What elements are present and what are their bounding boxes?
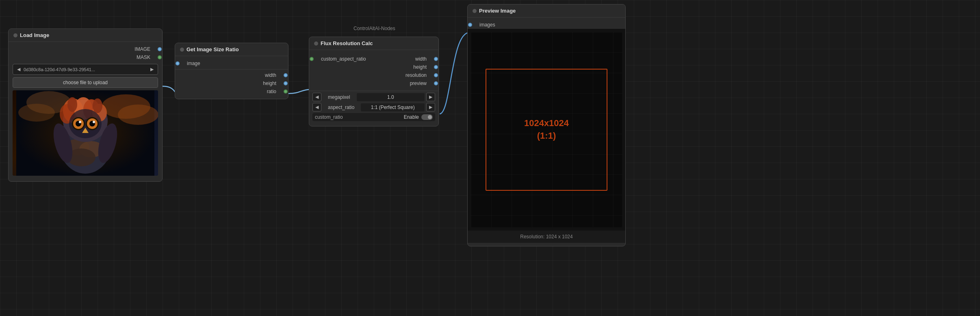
image-out-connector[interactable] (158, 47, 162, 51)
next-image-btn[interactable]: ▶ (149, 66, 155, 73)
flux-preview-connector[interactable] (434, 81, 438, 85)
get-image-size-dot (180, 48, 184, 52)
image-in-label: image (182, 61, 205, 66)
preview-resolution-footer: Resolution: 1024 x 1024 (468, 231, 625, 243)
width-out-port-row: width (175, 71, 288, 79)
flux-group-label: ControlAltAI-Nodes (353, 26, 395, 31)
megapixel-row: ◀ megapixel 1.0 ▶ (312, 93, 435, 101)
flux-height-label: height (408, 64, 431, 70)
owl-preview-image (13, 90, 158, 176)
ratio-out-label: ratio (262, 89, 281, 94)
height-out-connector[interactable] (284, 81, 288, 85)
mask-out-label: MASK (132, 54, 155, 60)
height-out-port-row: height (175, 79, 288, 87)
image-out-port-row: IMAGE (9, 45, 162, 53)
image-filename: 0d380c8a-120d-47d9-9e33-29541... (24, 67, 147, 72)
preview-resolution-label: 1024x1024 (1:1) (524, 117, 569, 142)
image-in-port-row: image (175, 59, 288, 68)
aspect-ratio-label: aspect_ratio (323, 105, 359, 110)
load-image-body: IMAGE MASK ◀ 0d380c8a-120d-47d9-9e33-295… (9, 42, 162, 181)
megapixel-label: megapixel (323, 94, 355, 100)
flux-resolution-node: Flux Resolution Calc custom_aspect_ratio… (309, 37, 439, 126)
flux-resolution-out-row: resolution (396, 71, 438, 79)
mask-out-connector[interactable] (158, 55, 162, 59)
images-in-label: images (475, 22, 500, 28)
megapixel-value: 1.0 (357, 93, 425, 101)
svg-point-16 (93, 98, 102, 113)
preview-content: 1024x1024 (1:1) (468, 29, 625, 231)
svg-point-25 (93, 121, 95, 123)
flux-resolution-title: Flux Resolution Calc (321, 40, 373, 46)
megapixel-prev-btn[interactable]: ◀ (312, 93, 321, 101)
flux-height-connector[interactable] (434, 65, 438, 69)
upload-button[interactable]: choose file to upload (13, 77, 158, 88)
flux-preview-out-row: preview (396, 79, 438, 87)
images-in-connector[interactable] (468, 23, 472, 27)
owl-svg (13, 90, 158, 176)
custom-ratio-row: custom_ratio Enable (312, 113, 435, 121)
images-in-port-row: images (468, 21, 625, 29)
custom-aspect-in-connector[interactable] (310, 57, 314, 61)
svg-point-4 (18, 104, 55, 122)
load-image-header: Load Image (9, 29, 162, 42)
preview-image-body: images 1024x1024 (1:1) Resolution: 1024 … (468, 17, 625, 246)
preview-image-header: Preview Image (468, 4, 625, 17)
custom-aspect-in-port-row: custom_aspect_ratio (309, 55, 376, 63)
svg-point-15 (67, 97, 77, 112)
flux-resolution-connector[interactable] (434, 73, 438, 77)
image-out-label: IMAGE (130, 46, 155, 52)
prev-image-btn[interactable]: ◀ (15, 66, 22, 73)
flux-height-out-row: height (396, 63, 438, 71)
megapixel-next-btn[interactable]: ▶ (426, 93, 435, 101)
width-out-label: width (260, 72, 281, 78)
preview-grid: 1024x1024 (1:1) (471, 32, 622, 227)
load-image-dot (13, 33, 17, 37)
aspect-ratio-value: 1:1 (Perfect Square) (361, 103, 425, 111)
flux-width-label: width (410, 56, 431, 62)
height-out-label: height (258, 81, 281, 86)
get-image-size-title: Get Image Size Ratio (186, 46, 239, 52)
flux-preview-label: preview (405, 81, 431, 86)
image-selector[interactable]: ◀ 0d380c8a-120d-47d9-9e33-29541... ▶ (13, 64, 158, 75)
flux-resolution-body: custom_aspect_ratio width height resolut… (309, 50, 438, 126)
flux-width-out-row: width (396, 55, 438, 63)
svg-point-2 (118, 105, 158, 125)
flux-resolution-dot (314, 41, 318, 46)
custom-ratio-toggle[interactable] (421, 114, 433, 120)
width-out-connector[interactable] (284, 73, 288, 77)
custom-ratio-label: custom_ratio (315, 114, 343, 120)
ratio-out-connector[interactable] (284, 89, 288, 94)
get-image-size-header: Get Image Size Ratio (175, 43, 288, 56)
image-in-connector[interactable] (176, 61, 180, 65)
aspect-prev-btn[interactable]: ◀ (312, 103, 321, 111)
preview-image-node: Preview Image images 1024x1024 (1:1) Res… (467, 4, 626, 246)
owl-art (13, 90, 158, 176)
ratio-out-port-row: ratio (175, 87, 288, 96)
get-image-size-body: image width height ratio (175, 56, 288, 99)
load-image-node: Load Image IMAGE MASK ◀ 0d380c8a-120d-47… (8, 28, 163, 182)
load-image-title: Load Image (20, 32, 49, 38)
flux-resolution-label: resolution (401, 72, 431, 78)
preview-image-title: Preview Image (479, 8, 516, 14)
svg-point-24 (79, 121, 81, 123)
custom-aspect-in-label: custom_aspect_ratio (316, 56, 371, 62)
flux-resolution-header: Flux Resolution Calc (309, 37, 438, 50)
get-image-size-node: Get Image Size Ratio image width height … (175, 43, 288, 99)
custom-ratio-value: Enable (404, 114, 433, 120)
preview-image-dot (473, 9, 477, 13)
mask-out-port-row: MASK (9, 53, 162, 61)
flux-width-connector[interactable] (434, 57, 438, 61)
aspect-ratio-row: ◀ aspect_ratio 1:1 (Perfect Square) ▶ (312, 103, 435, 111)
aspect-next-btn[interactable]: ▶ (426, 103, 435, 111)
